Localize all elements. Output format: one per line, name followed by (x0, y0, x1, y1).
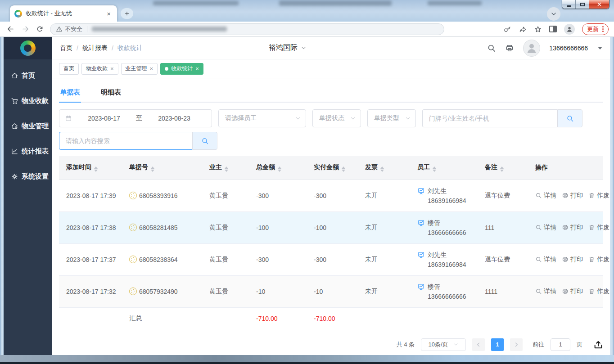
col-add-time[interactable]: 添加时间 (59, 156, 122, 180)
browser-profile-avatar[interactable] (564, 24, 575, 35)
tag-property-collection[interactable]: 物业收款 × (81, 63, 118, 75)
print-icon[interactable] (505, 44, 514, 53)
page-content: 单据表 明细表 2023-08-17 至 2023-08-23 请选择员工 单据… (52, 78, 610, 355)
tag-bar: 首页 物业收款 × 业主管理 × 收款统计 × (52, 59, 610, 78)
tag-owner-management[interactable]: 业主管理 × (121, 63, 158, 75)
print-button[interactable]: 打印 (562, 224, 583, 232)
sidebar-item-home[interactable]: 首页 (4, 63, 52, 88)
tab-bill-table[interactable]: 单据表 (59, 83, 81, 102)
date-start[interactable]: 2023-08-17 (72, 115, 136, 122)
user-avatar[interactable] (523, 40, 540, 57)
prev-page-button[interactable] (472, 338, 485, 351)
close-icon[interactable]: × (150, 66, 154, 72)
bookmark-star-icon[interactable] (534, 25, 542, 33)
back-button[interactable] (6, 25, 15, 33)
detail-button[interactable]: 详情 (535, 192, 556, 200)
export-button[interactable] (593, 340, 603, 350)
address-bar[interactable]: 不安全 (50, 23, 444, 35)
goto-page-input[interactable] (551, 338, 570, 351)
window-minimize-button[interactable] (562, 0, 576, 9)
new-tab-button[interactable] (121, 8, 133, 19)
content-search-button[interactable] (192, 132, 217, 150)
close-icon[interactable]: × (195, 66, 199, 72)
menu-dots-icon[interactable] (602, 26, 604, 32)
print-button[interactable]: 打印 (562, 288, 583, 296)
sort-icon[interactable] (342, 166, 345, 172)
trash-icon (588, 288, 595, 295)
side-panel-icon[interactable] (549, 26, 557, 32)
content-search-input[interactable] (59, 132, 192, 150)
date-end[interactable]: 2023-08-23 (142, 115, 206, 122)
sort-icon[interactable] (380, 166, 384, 172)
col-employee[interactable]: 员工 (410, 156, 478, 180)
forward-button[interactable] (21, 25, 30, 33)
col-bill-no[interactable]: 单据号 (122, 156, 202, 180)
sort-icon[interactable] (94, 166, 98, 172)
col-invoice[interactable]: 发票 (358, 156, 410, 180)
date-range-picker[interactable]: 2023-08-17 至 2023-08-23 (59, 109, 212, 127)
window-close-button[interactable] (589, 0, 609, 9)
col-remark[interactable]: 备注 (478, 156, 528, 180)
tab-search-chevron-icon[interactable] (547, 7, 560, 21)
sidebar: 首页 物业收款 物业管理 统计报表 系统设置 (4, 37, 52, 355)
tab-close-icon[interactable]: × (105, 9, 113, 18)
table-row[interactable]: 2023-08-17 17:38 68058281485 黄玉贵 -100 -1… (59, 211, 603, 243)
window-maximize-button[interactable] (576, 0, 589, 9)
chrome-update-button[interactable]: 更新 (582, 23, 609, 35)
next-page-button[interactable] (510, 338, 523, 351)
company-selector[interactable]: 裕鸿国际 (269, 43, 307, 53)
security-warning[interactable]: 不安全 (56, 25, 82, 33)
sidebar-item-property-management[interactable]: 物业管理 (4, 113, 52, 139)
user-phone[interactable]: 13666666666 (549, 45, 588, 52)
chevron-down-icon (350, 115, 356, 121)
keyword-input[interactable] (422, 109, 557, 127)
sidebar-item-statistics[interactable]: 统计报表 (4, 139, 52, 164)
sidebar-item-settings[interactable]: 系统设置 (4, 164, 52, 189)
sub-tabs: 单据表 明细表 (59, 83, 603, 103)
sort-icon[interactable] (500, 166, 504, 172)
bill-status-select[interactable]: 单据状态 (312, 109, 361, 127)
sort-icon[interactable] (433, 166, 436, 172)
summary-row: 汇总 -710.00 -710.00 (59, 307, 603, 330)
tag-home[interactable]: 首页 (59, 63, 79, 75)
share-icon[interactable] (519, 25, 527, 33)
table-row[interactable]: 2023-08-17 17:32 68057932490 黄玉贵 -10 -10… (59, 275, 603, 307)
detail-button[interactable]: 详情 (535, 288, 556, 296)
table-row[interactable]: 2023-08-17 17:39 68058393916 黄玉贵 -300 -3… (59, 180, 603, 211)
reload-button[interactable] (36, 25, 44, 33)
header-actions: 13666666666 (487, 40, 602, 57)
void-button[interactable]: 作废 (588, 256, 609, 264)
cell-time: 2023-08-17 17:37 (59, 243, 122, 275)
browser-tab[interactable]: 收款统计 - 业无忧 × (10, 5, 117, 22)
employee-select[interactable]: 请选择员工 (218, 109, 306, 127)
close-icon[interactable]: × (110, 66, 114, 72)
sidebar-item-property-collection[interactable]: 物业收款 (4, 88, 52, 113)
sort-icon[interactable] (225, 166, 228, 172)
bill-type-select[interactable]: 单据类型 (367, 109, 416, 127)
void-button[interactable]: 作废 (588, 192, 609, 200)
tag-payment-statistics[interactable]: 收款统计 × (160, 63, 203, 75)
table-row[interactable]: 2023-08-17 17:37 68058238364 黄玉贵 -300 -3… (59, 243, 603, 275)
col-paid[interactable]: 实付金额 (307, 156, 358, 180)
print-button[interactable]: 打印 (562, 192, 583, 200)
key-icon[interactable] (503, 25, 511, 33)
sort-icon[interactable] (278, 166, 281, 172)
print-button[interactable]: 打印 (562, 256, 583, 264)
keyword-search-button[interactable] (557, 109, 582, 127)
col-owner[interactable]: 业主 (202, 156, 249, 180)
app-logo[interactable] (4, 37, 52, 59)
page-size-select[interactable]: 10条/页 (421, 338, 466, 351)
search-icon[interactable] (487, 44, 496, 53)
sort-icon[interactable] (151, 166, 154, 172)
breadcrumb-home[interactable]: 首页 (60, 44, 72, 52)
detail-button[interactable]: 详情 (535, 256, 556, 264)
void-button[interactable]: 作废 (588, 288, 609, 296)
col-total[interactable]: 总金额 (249, 156, 307, 180)
detail-button[interactable]: 详情 (535, 224, 556, 232)
void-button[interactable]: 作废 (588, 224, 609, 232)
page-1-button[interactable]: 1 (491, 338, 504, 351)
user-menu-caret-icon[interactable] (598, 47, 602, 49)
breadcrumb-statistics[interactable]: 统计报表 (82, 44, 108, 52)
tab-detail-table[interactable]: 明细表 (100, 83, 122, 102)
select-placeholder: 请选择员工 (225, 114, 257, 122)
